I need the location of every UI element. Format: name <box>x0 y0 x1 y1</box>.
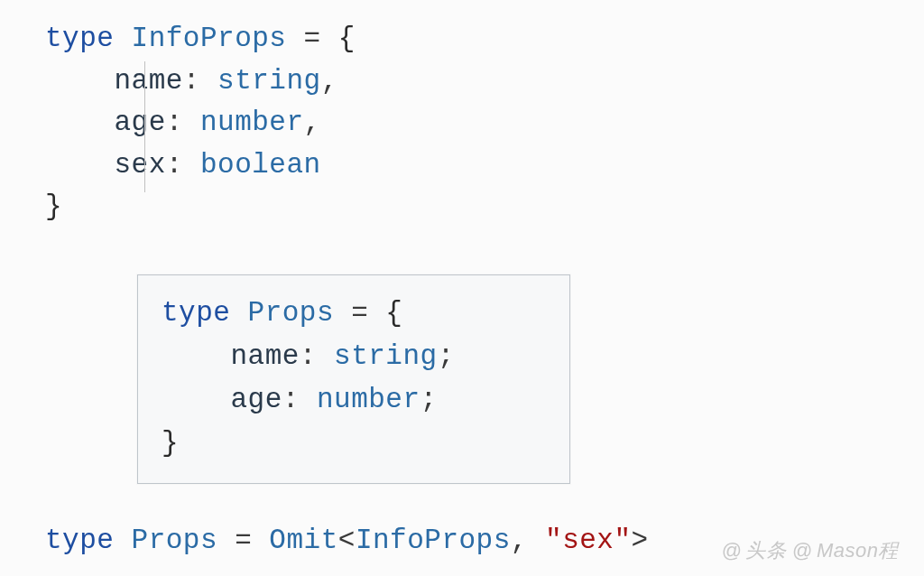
property-name: age <box>114 107 165 138</box>
primitive-type: boolean <box>200 149 321 181</box>
watermark: @头条 @Mason程 <box>722 535 899 565</box>
code-line-bottom: type Props = Omit<InfoProps, "sex"> <box>45 520 649 562</box>
hover-tooltip: type Props = { name: string; age: number… <box>137 274 570 484</box>
type-name: Props <box>132 525 218 556</box>
type-name: Props <box>248 297 335 329</box>
property-name: name <box>230 340 299 372</box>
property-name: name <box>114 65 182 97</box>
code-line-4: sex: boolean <box>45 144 879 187</box>
primitive-type: string <box>334 340 438 372</box>
code-line-3: age: number, <box>45 102 879 144</box>
property-name: sex <box>114 149 165 181</box>
utility-type: Omit <box>269 525 337 556</box>
tooltip-line-4: } <box>162 422 546 465</box>
code-line-2: name: string, <box>45 60 879 103</box>
tooltip-line-1: type Props = { <box>162 292 546 335</box>
keyword-type: type <box>45 23 114 54</box>
property-name: age <box>230 384 282 415</box>
primitive-type: number <box>200 107 304 138</box>
type-reference: InfoProps <box>356 525 511 556</box>
code-line-5: } <box>45 186 879 228</box>
type-name: InfoProps <box>132 23 287 54</box>
code-line-1: type InfoProps = { <box>45 18 879 60</box>
indent-guide <box>144 61 145 192</box>
string-literal: "sex" <box>545 525 632 556</box>
main-code-block: type InfoProps = { name: string, age: nu… <box>45 18 879 228</box>
keyword-type: type <box>45 525 114 556</box>
tooltip-line-3: age: number; <box>162 378 546 422</box>
tooltip-line-2: name: string; <box>162 335 546 378</box>
primitive-type: string <box>217 65 321 97</box>
keyword-type: type <box>162 297 230 329</box>
primitive-type: number <box>317 384 420 415</box>
